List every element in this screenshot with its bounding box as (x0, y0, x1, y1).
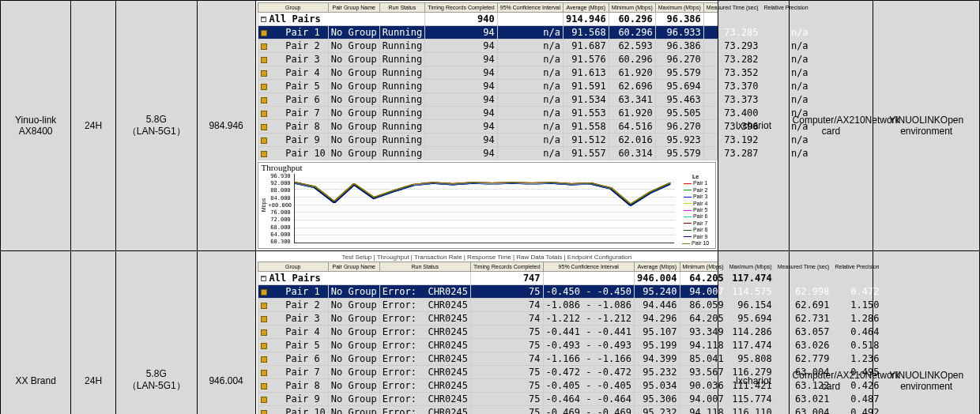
pair-icon (261, 151, 267, 157)
ix-col-header: Average (Mbps) (564, 3, 609, 13)
comparison-table: Yinuo-link AX840024H5.8G（LAN-5G1）984.946… (0, 0, 980, 414)
pair-icon (261, 57, 267, 63)
ix-col-header: Group (258, 3, 328, 13)
cell-duration: 24H (71, 251, 116, 415)
pair-icon (261, 397, 267, 403)
chart-yaxis: 96.93092.00088.00084.000+80.00076.00072.… (267, 164, 292, 247)
pair-icon (261, 111, 267, 117)
chart-legend-item: Pair 3 (679, 194, 712, 200)
chart-legend-item: Pair 8 (679, 227, 712, 233)
collapse-icon[interactable] (261, 17, 266, 22)
chart-legend-item: Pair 7 (679, 220, 712, 227)
chart-ytick: 76.000 (269, 210, 291, 216)
ix-row[interactable]: Pair 3No GroupRunning94n/a91.57660.29696… (258, 53, 811, 66)
pair-icon (261, 289, 267, 295)
ix-col-header: Timing Records Completed (425, 3, 498, 13)
ix-col-header: Average (Mbps) (634, 262, 680, 272)
pair-icon (261, 410, 267, 415)
ix-row[interactable]: Pair 8No GroupRunning94n/a91.55864.51696… (258, 120, 811, 134)
pair-icon (261, 124, 267, 130)
pair-icon (261, 97, 267, 104)
cell-duration: 24H (71, 1, 116, 251)
chart-ytick: 84.000 (269, 196, 291, 201)
ix-col-header: Group (258, 262, 328, 272)
ix-col-header: Run Status (379, 262, 470, 272)
pair-icon (261, 30, 267, 36)
chart-ytick: 92.000 (269, 181, 291, 186)
chart-title: Throughput (262, 163, 303, 172)
ix-tab-bar[interactable]: Test Setup | Throughput | Transaction Ra… (258, 253, 717, 262)
ix-col-header: 95% Confidence Interval (543, 262, 634, 272)
chart-legend-item: Pair 9 (679, 234, 712, 240)
pair-icon (261, 137, 267, 144)
ix-row[interactable]: Pair 6No GroupRunning94n/a91.53463.34195… (258, 93, 811, 107)
chart-ytick: 88.000 (269, 188, 291, 194)
ixchariot-screenshot: GroupPair Group NameRun StatusTiming Rec… (258, 2, 717, 249)
cell-throughput: 984.946 (197, 1, 255, 251)
comparison-row: Yinuo-link AX840024H5.8G（LAN-5G1）984.946… (1, 1, 980, 251)
cell-band: 5.8G（LAN-5G1） (115, 251, 197, 415)
cell-band: 5.8G（LAN-5G1） (115, 1, 197, 251)
cell-device: Yinuo-link AX8400 (1, 1, 71, 251)
throughput-chart: ThroughputMbps96.93092.00088.00084.000+8… (258, 162, 717, 249)
ix-row[interactable]: Pair 9No GroupRunning94n/a91.51262.01695… (258, 134, 811, 147)
comparison-row: XX Brand24H5.8G（LAN-5G1）946.004Test Setu… (1, 251, 980, 415)
cell-screenshot: GroupPair Group NameRun StatusTiming Rec… (255, 1, 718, 251)
chart-legend-title: Le (679, 174, 712, 180)
ix-col-header: Pair Group Name (328, 262, 379, 272)
pair-icon (261, 70, 267, 77)
pair-icon (261, 43, 267, 50)
chart-legend-item: Pair 6 (679, 213, 712, 220)
chart-ytick: 96.930 (269, 174, 291, 179)
pair-icon (261, 303, 267, 309)
ix-col-header: Run Status (379, 3, 425, 13)
cell-screenshot: Test Setup | Throughput | Transaction Ra… (255, 251, 718, 415)
cell-device: XX Brand (1, 251, 71, 415)
pair-icon (261, 343, 267, 349)
chart-legend-item: Pair 1 (679, 180, 712, 186)
chart-ylabel: Mbps (260, 198, 267, 212)
ix-col-header: 95% Confidence Interval (497, 3, 563, 13)
pair-icon (261, 316, 267, 322)
chart-ytick: +80.000 (269, 203, 291, 209)
pair-icon (261, 383, 267, 390)
pair-icon (261, 370, 267, 376)
ix-row[interactable]: Pair 4No GroupRunning94n/a91.61361.92095… (258, 66, 811, 80)
ix-row[interactable]: Pair 7No GroupRunning94n/a91.55361.92095… (258, 107, 811, 120)
chart-ytick: 72.000 (269, 217, 291, 223)
ix-col-header: Maximum (Mbps) (655, 3, 703, 13)
ixchariot-screenshot: Test Setup | Throughput | Transaction Ra… (258, 253, 717, 414)
chart-plot-area (294, 174, 675, 243)
cell-throughput: 946.004 (197, 251, 255, 415)
pair-icon (261, 356, 267, 363)
ix-row[interactable]: Pair 10No GroupRunning94n/a91.55760.3149… (258, 147, 811, 160)
ix-col-header: Pair Group Name (328, 3, 379, 13)
chart-legend: LePair 1Pair 2Pair 3Pair 4Pair 5Pair 6Pa… (677, 164, 714, 247)
chart-legend-item: Pair 4 (679, 201, 712, 207)
cell-env: YINUOLINKOpen environment (873, 1, 980, 251)
cell-env: YINUOLINKOpen environment (873, 251, 980, 415)
chart-legend-item: Pair 5 (679, 207, 712, 213)
chart-ytick: 60.300 (269, 239, 291, 245)
ix-col-header: Timing Records Completed (471, 262, 544, 272)
chart-ytick: 68.000 (269, 225, 291, 231)
collapse-icon[interactable] (261, 276, 266, 281)
chart-ytick: 64.000 (269, 232, 291, 238)
chart-legend-item: Pair 10 (679, 240, 712, 247)
ix-row[interactable]: Pair 5No GroupRunning94n/a91.59162.69695… (258, 80, 811, 93)
ix-row-selected[interactable]: Pair 1No GroupRunning94n/a91.56860.29696… (258, 26, 811, 40)
ix-row[interactable]: Pair 2No GroupRunning94n/a91.68762.59396… (258, 40, 811, 53)
chart-legend-item: Pair 2 (679, 187, 712, 194)
pair-icon (261, 329, 267, 336)
pair-icon (261, 84, 267, 90)
ix-col-header: Minimum (Mbps) (609, 3, 655, 13)
